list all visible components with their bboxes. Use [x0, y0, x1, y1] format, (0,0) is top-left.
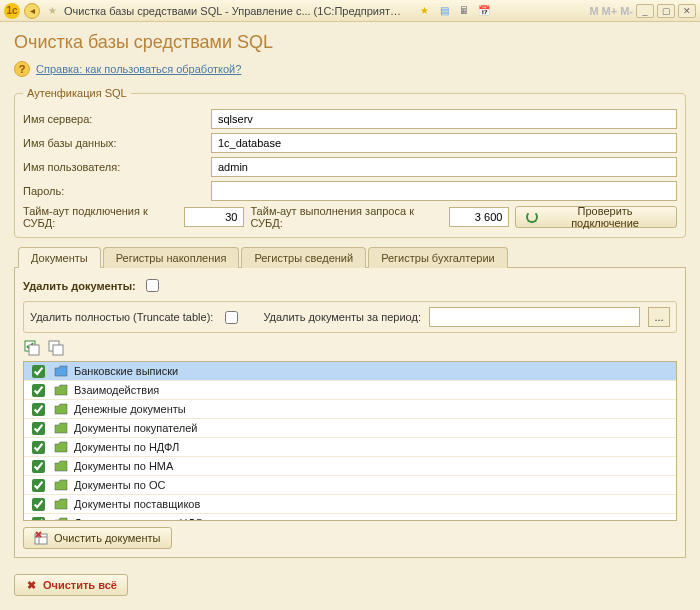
help-link[interactable]: Справка: как пользоваться обработкой? [36, 63, 241, 75]
fav-add-icon[interactable]: ★ [416, 3, 432, 19]
tab-info-registers[interactable]: Регистры сведений [241, 247, 366, 268]
query-timeout-input[interactable] [449, 207, 509, 227]
close-button[interactable]: ✕ [678, 4, 696, 18]
check-connection-label: Проверить подключение [544, 205, 666, 229]
list-item-label: Взаимодействия [74, 384, 159, 396]
documents-list[interactable]: Банковские выпискиВзаимодействияДенежные… [23, 361, 677, 521]
calendar-icon[interactable]: 📅 [476, 3, 492, 19]
clear-documents-button[interactable]: Очистить документы [23, 527, 172, 549]
db-label: Имя базы данных: [23, 137, 203, 149]
page-title: Очистка базы средствами SQL [14, 32, 686, 53]
password-input[interactable] [211, 181, 677, 201]
auth-fieldset: Аутенфикация SQL Имя сервера: Имя базы д… [14, 87, 686, 238]
folder-icon [54, 479, 68, 491]
list-item-checkbox[interactable] [32, 403, 45, 416]
list-item-checkbox[interactable] [32, 517, 45, 522]
list-item-checkbox[interactable] [32, 422, 45, 435]
doc-icon[interactable]: ▤ [436, 3, 452, 19]
list-item[interactable]: Документы по НМА [24, 457, 676, 476]
uncheck-all-button[interactable] [47, 339, 65, 357]
list-item-checkbox[interactable] [32, 479, 45, 492]
query-timeout-label: Тайм-аут выполнения запроса к СУБД: [250, 205, 443, 229]
svg-rect-3 [53, 345, 63, 355]
memory-m-minus[interactable]: M- [620, 5, 633, 17]
list-item[interactable]: Документы по учету НДС для передачи в эл… [24, 514, 676, 521]
folder-icon [54, 517, 68, 521]
folder-icon [54, 365, 68, 377]
list-item-label: Документы по ОС [74, 479, 165, 491]
memory-m-plus[interactable]: M+ [602, 5, 618, 17]
truncate-checkbox[interactable] [225, 311, 238, 324]
folder-icon [54, 460, 68, 472]
db-input[interactable] [211, 133, 677, 153]
delete-docs-label: Удалить документы: [23, 280, 136, 292]
list-item-checkbox[interactable] [32, 441, 45, 454]
list-item-label: Денежные документы [74, 403, 186, 415]
window-title: Очистка базы средствами SQL - Управление… [64, 5, 404, 17]
help-row: ? Справка: как пользоваться обработкой? [14, 61, 686, 77]
x-icon: ✖ [25, 579, 37, 591]
titlebar: 1c ◂ ★ Очистка базы средствами SQL - Упр… [0, 0, 700, 22]
list-item-checkbox[interactable] [32, 384, 45, 397]
calc-icon[interactable]: 🖩 [456, 3, 472, 19]
delete-docs-checkbox[interactable] [146, 279, 159, 292]
period-picker-button[interactable]: ... [648, 307, 670, 327]
folder-icon [54, 498, 68, 510]
minimize-button[interactable]: _ [636, 4, 654, 18]
list-item-label: Банковские выписки [74, 365, 178, 377]
list-item[interactable]: Денежные документы [24, 400, 676, 419]
list-item[interactable]: Банковские выписки [24, 362, 676, 381]
list-item[interactable]: Документы поставщиков [24, 495, 676, 514]
server-input[interactable] [211, 109, 677, 129]
list-item[interactable]: Документы покупателей [24, 419, 676, 438]
svg-rect-1 [29, 345, 39, 355]
tab-accum-registers[interactable]: Регистры накопления [103, 247, 240, 268]
delete-table-icon [34, 531, 48, 545]
tabstrip: Документы Регистры накопления Регистры с… [14, 246, 686, 268]
star-icon[interactable]: ★ [44, 3, 60, 19]
server-label: Имя сервера: [23, 113, 203, 125]
restore-button[interactable]: ▢ [657, 4, 675, 18]
folder-icon [54, 403, 68, 415]
clear-all-button[interactable]: ✖ Очистить всё [14, 574, 128, 596]
list-item-checkbox[interactable] [32, 460, 45, 473]
list-item-label: Документы по НДФЛ [74, 441, 179, 453]
list-item-label: Документы по НМА [74, 460, 173, 472]
list-item-checkbox[interactable] [32, 365, 45, 378]
conn-timeout-input[interactable] [184, 207, 244, 227]
check-all-button[interactable] [23, 339, 41, 357]
password-label: Пароль: [23, 185, 203, 197]
list-item-label: Документы поставщиков [74, 498, 200, 510]
tab-documents[interactable]: Документы [18, 247, 101, 268]
memory-m[interactable]: M [589, 5, 598, 17]
folder-icon [54, 422, 68, 434]
list-item-label: Документы покупателей [74, 422, 197, 434]
list-item[interactable]: Документы по НДФЛ [24, 438, 676, 457]
conn-timeout-label: Тайм-аут подключения к СУБД: [23, 205, 178, 229]
options-line: Удалить полностью (Truncate table): Удал… [23, 301, 677, 333]
refresh-icon [526, 211, 538, 223]
help-icon: ? [14, 61, 30, 77]
folder-icon [54, 384, 68, 396]
check-connection-button[interactable]: Проверить подключение [515, 206, 677, 228]
truncate-label: Удалить полностью (Truncate table): [30, 311, 213, 323]
list-item-checkbox[interactable] [32, 498, 45, 511]
period-input[interactable] [429, 307, 640, 327]
tab-accounting-registers[interactable]: Регистры бухгалтерии [368, 247, 508, 268]
clear-documents-label: Очистить документы [54, 532, 161, 544]
folder-icon [54, 441, 68, 453]
period-label: Удалить документы за период: [263, 311, 421, 323]
list-item-label: Документы по учету НДС для передачи в эл… [74, 517, 382, 521]
clear-all-label: Очистить всё [43, 579, 117, 591]
auth-legend: Аутенфикация SQL [23, 87, 131, 99]
list-item[interactable]: Документы по ОС [24, 476, 676, 495]
user-input[interactable] [211, 157, 677, 177]
list-toolbar [23, 339, 677, 357]
list-item[interactable]: Взаимодействия [24, 381, 676, 400]
app-icon: 1c [4, 3, 20, 19]
user-label: Имя пользователя: [23, 161, 203, 173]
tab-body: Удалить документы: Удалить полностью (Tr… [14, 268, 686, 558]
nav-back-icon[interactable]: ◂ [24, 3, 40, 19]
